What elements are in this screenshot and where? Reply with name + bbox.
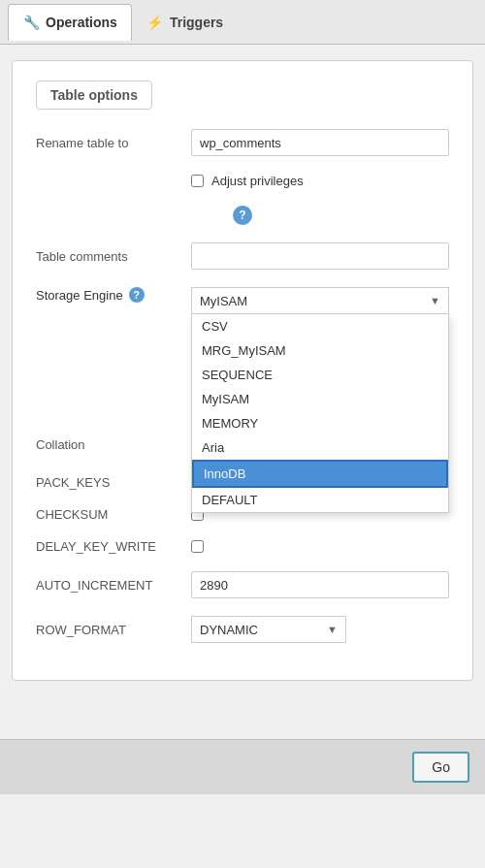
row-format-row: ROW_FORMAT DYNAMIC ▼ xyxy=(36,616,449,643)
storage-engine-dropdown: CSV MRG_MyISAM SEQUENCE MyISAM MEMORY Ar… xyxy=(191,314,449,513)
storage-engine-value: MyISAM xyxy=(200,294,430,308)
help-icon[interactable]: ? xyxy=(233,206,252,225)
dropdown-item-csv[interactable]: CSV xyxy=(192,314,448,338)
delay-key-write-checkbox[interactable] xyxy=(191,540,204,553)
storage-engine-display[interactable]: MyISAM ▼ xyxy=(191,287,449,314)
tab-bar: 🔧 Operations ⚡ Triggers xyxy=(0,0,485,45)
table-comments-input[interactable] xyxy=(191,242,449,270)
storage-engine-arrow: ▼ xyxy=(430,295,440,306)
rename-input[interactable] xyxy=(191,129,449,156)
row-format-arrow: ▼ xyxy=(327,624,338,635)
pack-keys-label: PACK_KEYS xyxy=(36,475,191,490)
checksum-label: CHECKSUM xyxy=(36,507,191,522)
wrench-icon: 🔧 xyxy=(22,14,40,31)
section-title: Table options xyxy=(36,80,152,110)
help-icon-row: ? xyxy=(36,206,449,225)
dropdown-item-sequence[interactable]: SEQUENCE xyxy=(192,363,448,387)
row-format-value: DYNAMIC xyxy=(200,623,327,637)
tab-triggers[interactable]: ⚡ Triggers xyxy=(132,4,238,41)
rename-label: Rename table to xyxy=(36,136,191,150)
dropdown-item-innodb[interactable]: InnoDB xyxy=(192,460,448,488)
tab-operations[interactable]: 🔧 Operations xyxy=(8,4,132,41)
tab-operations-label: Operations xyxy=(46,15,117,30)
delay-key-write-row: DELAY_KEY_WRITE xyxy=(36,539,449,554)
adjust-privileges-checkbox[interactable] xyxy=(191,175,204,187)
row-format-display[interactable]: DYNAMIC ▼ xyxy=(191,616,346,643)
storage-engine-row: Storage Engine ? MyISAM ▼ CSV MRG_MyISAM… xyxy=(36,287,449,314)
go-button[interactable]: Go xyxy=(412,752,469,783)
table-comments-label: Table comments xyxy=(36,249,191,264)
triggers-icon: ⚡ xyxy=(146,14,164,31)
storage-engine-help-icon[interactable]: ? xyxy=(129,287,145,303)
storage-engine-label-group: Storage Engine ? xyxy=(36,287,191,303)
auto-increment-label: AUTO_INCREMENT xyxy=(36,578,191,593)
auto-increment-input[interactable] xyxy=(191,571,449,598)
storage-engine-label: Storage Engine xyxy=(36,288,123,303)
row-format-select-wrapper: DYNAMIC ▼ xyxy=(191,616,449,643)
tab-triggers-label: Triggers xyxy=(170,15,223,30)
dropdown-item-default[interactable]: DEFAULT xyxy=(192,488,448,512)
table-comments-row: Table comments xyxy=(36,242,449,270)
dropdown-item-memory[interactable]: MEMORY xyxy=(192,411,448,435)
dropdown-item-mrg-myisam[interactable]: MRG_MyISAM xyxy=(192,338,448,363)
table-options-card: Table options Rename table to Adjust pri… xyxy=(12,60,473,681)
adjust-privileges-label: Adjust privileges xyxy=(211,174,304,188)
collation-label: Collation xyxy=(36,437,191,452)
storage-engine-select-wrapper: MyISAM ▼ CSV MRG_MyISAM SEQUENCE MyISAM … xyxy=(191,287,449,314)
adjust-privileges-row: Adjust privileges xyxy=(36,174,449,188)
bottom-bar: Go xyxy=(0,739,485,794)
row-format-label: ROW_FORMAT xyxy=(36,623,191,637)
delay-key-write-label: DELAY_KEY_WRITE xyxy=(36,539,191,554)
auto-increment-row: AUTO_INCREMENT xyxy=(36,571,449,598)
dropdown-item-aria[interactable]: Aria xyxy=(192,435,448,460)
rename-table-row: Rename table to xyxy=(36,129,449,156)
main-content: Table options Rename table to Adjust pri… xyxy=(0,45,485,868)
dropdown-item-myisam[interactable]: MyISAM xyxy=(192,387,448,411)
